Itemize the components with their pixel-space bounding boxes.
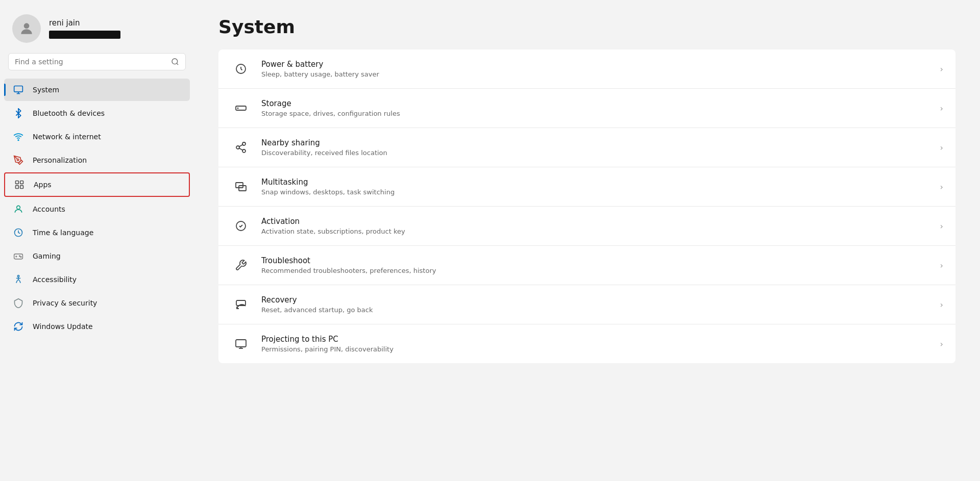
chevron-right-icon-nearby: ›: [940, 143, 943, 153]
sidebar-item-update[interactable]: Windows Update: [4, 315, 190, 338]
settings-item-title-multitasking: Multitasking: [261, 178, 940, 187]
svg-point-25: [242, 149, 246, 153]
settings-item-desc-recovery: Reset, advanced startup, go back: [261, 306, 940, 314]
sidebar: reni jain System: [0, 0, 194, 481]
settings-item-projecting[interactable]: Projecting to this PC Permissions, pairi…: [218, 324, 955, 363]
troubleshoot-icon: [231, 255, 251, 275]
privacy-icon: [12, 297, 24, 309]
sidebar-item-label-update: Windows Update: [33, 322, 93, 331]
settings-item-text-power: Power & battery Sleep, battery usage, ba…: [261, 60, 940, 78]
personalization-icon: [12, 154, 24, 166]
settings-item-text-storage: Storage Storage space, drives, configura…: [261, 99, 940, 117]
svg-rect-10: [16, 186, 19, 189]
search-container: [0, 53, 194, 79]
settings-item-multitasking[interactable]: Multitasking Snap windows, desktops, tas…: [218, 167, 955, 207]
chevron-right-icon-recovery: ›: [940, 300, 943, 310]
bluetooth-icon: [12, 107, 24, 119]
svg-line-26: [239, 148, 243, 150]
chevron-right-icon-activation: ›: [940, 221, 943, 231]
sidebar-item-label-bluetooth: Bluetooth & devices: [33, 109, 105, 117]
settings-item-title-nearby: Nearby sharing: [261, 138, 940, 147]
search-icon: [171, 58, 179, 66]
settings-item-title-troubleshoot: Troubleshoot: [261, 256, 940, 265]
sidebar-item-bluetooth[interactable]: Bluetooth & devices: [4, 102, 190, 124]
settings-item-title-power: Power & battery: [261, 60, 940, 69]
sidebar-item-system[interactable]: System: [4, 79, 190, 101]
settings-item-title-projecting: Projecting to this PC: [261, 335, 940, 344]
accessibility-icon: [12, 273, 24, 286]
settings-item-text-multitasking: Multitasking Snap windows, desktops, tas…: [261, 178, 940, 196]
svg-point-6: [18, 140, 19, 141]
sidebar-item-time[interactable]: Time & language: [4, 221, 190, 244]
settings-item-nearby[interactable]: Nearby sharing Discoverability, received…: [218, 128, 955, 167]
svg-rect-3: [14, 86, 23, 92]
settings-item-recovery[interactable]: Recovery Reset, advanced startup, go bac…: [218, 285, 955, 324]
sidebar-item-label-time: Time & language: [33, 229, 93, 237]
svg-rect-32: [236, 340, 246, 347]
storage-icon: [231, 98, 251, 118]
search-input[interactable]: [15, 58, 167, 66]
recovery-icon: [231, 294, 251, 315]
sidebar-item-accounts[interactable]: Accounts: [4, 198, 190, 220]
sidebar-item-network[interactable]: Network & internet: [4, 125, 190, 148]
settings-item-desc-power: Sleep, battery usage, battery saver: [261, 70, 940, 78]
nav-list: System Bluetooth & devices Network &: [0, 79, 194, 338]
settings-item-desc-multitasking: Snap windows, desktops, task switching: [261, 188, 940, 196]
sidebar-item-label-accounts: Accounts: [33, 205, 65, 213]
gaming-icon: [12, 250, 24, 262]
svg-rect-9: [20, 181, 23, 184]
settings-item-troubleshoot[interactable]: Troubleshoot Recommended troubleshooters…: [218, 246, 955, 285]
sidebar-item-label-system: System: [33, 86, 59, 94]
svg-point-23: [242, 142, 246, 145]
chevron-right-icon-troubleshoot: ›: [940, 261, 943, 270]
activation-icon: [231, 216, 251, 236]
sidebar-item-label-accessibility: Accessibility: [33, 275, 77, 284]
multitasking-icon: [231, 176, 251, 197]
settings-item-text-nearby: Nearby sharing Discoverability, received…: [261, 138, 940, 157]
svg-rect-11: [20, 186, 23, 189]
settings-item-storage[interactable]: Storage Storage space, drives, configura…: [218, 89, 955, 128]
apps-icon: [13, 179, 26, 191]
sidebar-item-label-gaming: Gaming: [33, 252, 61, 260]
projecting-icon: [231, 334, 251, 354]
settings-item-text-projecting: Projecting to this PC Permissions, pairi…: [261, 335, 940, 353]
network-icon: [12, 131, 24, 143]
svg-line-27: [239, 145, 243, 147]
sidebar-item-privacy[interactable]: Privacy & security: [4, 292, 190, 314]
settings-item-text-activation: Activation Activation state, subscriptio…: [261, 217, 940, 235]
sidebar-item-label-network: Network & internet: [33, 133, 101, 141]
settings-item-activation[interactable]: Activation Activation state, subscriptio…: [218, 207, 955, 246]
svg-point-17: [17, 275, 19, 277]
svg-rect-8: [16, 181, 19, 184]
chevron-right-icon-power: ›: [940, 64, 943, 74]
sidebar-item-accessibility[interactable]: Accessibility: [4, 268, 190, 291]
svg-line-20: [241, 69, 242, 70]
sidebar-item-gaming[interactable]: Gaming: [4, 245, 190, 267]
settings-item-power[interactable]: Power & battery Sleep, battery usage, ba…: [218, 49, 955, 89]
user-email-bar: [49, 31, 120, 39]
svg-point-7: [17, 159, 19, 161]
svg-point-15: [19, 256, 20, 257]
sidebar-item-label-personalization: Personalization: [33, 156, 87, 164]
user-section: reni jain: [0, 0, 194, 53]
svg-point-0: [24, 23, 30, 29]
settings-item-desc-troubleshoot: Recommended troubleshooters, preferences…: [261, 267, 940, 274]
user-icon: [18, 20, 35, 37]
settings-item-title-activation: Activation: [261, 217, 940, 226]
page-title: System: [218, 16, 955, 37]
search-box[interactable]: [8, 53, 186, 70]
settings-list: Power & battery Sleep, battery usage, ba…: [218, 49, 955, 363]
chevron-right-icon-storage: ›: [940, 104, 943, 113]
sidebar-item-label-apps: Apps: [34, 181, 52, 189]
sidebar-item-apps[interactable]: Apps: [4, 172, 190, 197]
user-info: reni jain: [49, 18, 120, 39]
settings-item-desc-nearby: Discoverability, received files location: [261, 149, 940, 157]
settings-item-desc-activation: Activation state, subscriptions, product…: [261, 227, 940, 235]
sidebar-item-personalization[interactable]: Personalization: [4, 149, 190, 171]
svg-point-24: [236, 146, 239, 149]
svg-line-2: [177, 63, 178, 65]
svg-point-12: [17, 206, 20, 209]
settings-item-desc-storage: Storage space, drives, configuration rul…: [261, 110, 940, 117]
avatar: [12, 14, 41, 43]
svg-rect-29: [239, 186, 246, 191]
